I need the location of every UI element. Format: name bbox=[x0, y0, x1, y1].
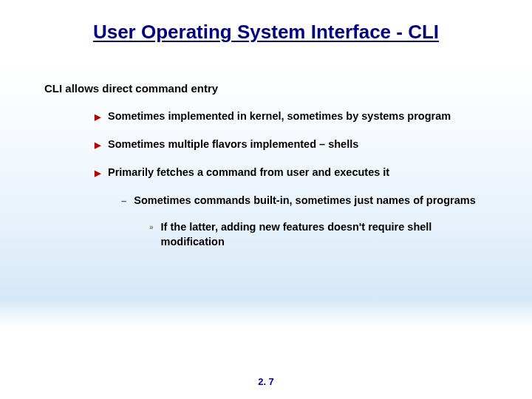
bullet-level1: ▶ Sometimes implemented in kernel, somet… bbox=[95, 109, 488, 124]
bullet-text: Primarily fetches a command from user an… bbox=[108, 166, 389, 180]
bullet-level3: » If the latter, adding new features doe… bbox=[149, 220, 488, 249]
lead-text: CLI allows direct command entry bbox=[44, 82, 488, 95]
bullet-level2: – Sometimes commands built-in, sometimes… bbox=[121, 194, 488, 208]
dash-bullet-icon: – bbox=[121, 194, 126, 208]
bullet-text: Sometimes commands built-in, sometimes j… bbox=[134, 194, 476, 208]
triangle-bullet-icon: ▶ bbox=[95, 137, 100, 152]
slide-title: User Operating System Interface - CLI bbox=[0, 0, 532, 44]
bullet-text: If the latter, adding new features doesn… bbox=[161, 220, 488, 249]
slide-body: CLI allows direct command entry ▶ Someti… bbox=[0, 44, 532, 249]
triangle-bullet-icon: ▶ bbox=[95, 166, 100, 180]
chevron-bullet-icon: » bbox=[149, 220, 154, 235]
bullet-text: Sometimes implemented in kernel, sometim… bbox=[108, 109, 451, 124]
bullet-level1: ▶ Sometimes multiple flavors implemented… bbox=[95, 137, 488, 152]
bullet-level1: ▶ Primarily fetches a command from user … bbox=[95, 166, 488, 180]
page-number: 2. 7 bbox=[0, 376, 532, 387]
triangle-bullet-icon: ▶ bbox=[95, 109, 100, 124]
bullet-text: Sometimes multiple flavors implemented –… bbox=[108, 137, 358, 152]
